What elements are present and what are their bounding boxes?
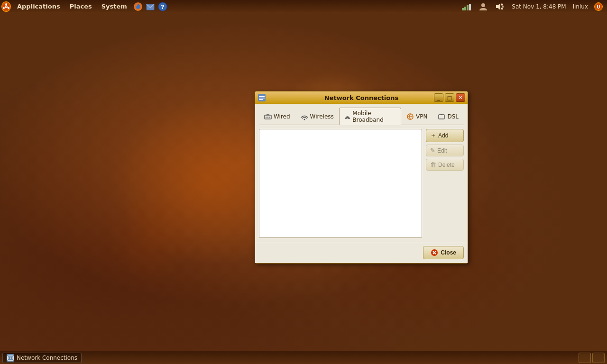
svg-marker-17 <box>496 3 500 10</box>
username-display[interactable]: linlux <box>570 0 590 13</box>
main-area: ＋ Add ✎ Edit 🗑 Delete <box>259 129 464 238</box>
svg-text:U: U <box>597 5 600 9</box>
add-button[interactable]: ＋ Add <box>426 129 464 142</box>
close-btn-icon <box>431 249 438 256</box>
delete-icon: 🗑 <box>430 161 436 168</box>
window-list-button[interactable] <box>592 353 605 363</box>
edit-button[interactable]: ✎ Edit <box>426 145 464 156</box>
svg-rect-23 <box>259 99 263 100</box>
maximize-button[interactable]: □ <box>445 93 454 102</box>
tabs-bar: Wired Wireless Mobile Broadband <box>259 108 464 125</box>
svg-point-2 <box>3 7 5 9</box>
svg-rect-21 <box>259 96 265 97</box>
tab-wired[interactable]: Wired <box>259 108 295 125</box>
window-footer: Close <box>255 242 468 263</box>
window-controls: _ □ ✕ <box>434 93 465 102</box>
window-content: Wired Wireless Mobile Broadband <box>255 104 468 242</box>
taskbar: Network Connections <box>0 353 579 363</box>
help-icon[interactable]: ? <box>158 2 167 11</box>
tab-vpn[interactable]: VPN <box>401 108 432 125</box>
bottom-panel: Network Connections <box>0 351 607 364</box>
window-titlebar: Network Connections _ □ ✕ <box>255 91 468 104</box>
panel-right: Sat Nov 1, 8:48 PM linlux U <box>459 0 607 13</box>
firefox-icon[interactable] <box>133 2 143 11</box>
session-icon[interactable]: U <box>594 2 603 11</box>
wireless-tab-icon <box>301 113 308 120</box>
network-connections-window: Network Connections _ □ ✕ Wired <box>255 91 468 264</box>
svg-rect-15 <box>469 4 471 10</box>
tab-dsl[interactable]: DSL <box>432 108 464 125</box>
close-titlebar-button[interactable]: ✕ <box>456 93 465 102</box>
system-menu[interactable]: System <box>97 0 132 13</box>
tab-wireless[interactable]: Wireless <box>295 108 339 125</box>
svg-rect-14 <box>467 5 469 10</box>
window-app-icon <box>258 93 266 102</box>
user-icon[interactable] <box>476 0 490 13</box>
svg-rect-13 <box>464 7 466 10</box>
close-button[interactable]: Close <box>423 246 464 259</box>
dsl-tab-icon <box>438 113 445 120</box>
svg-point-29 <box>304 118 305 120</box>
datetime-display[interactable]: Sat Nov 1, 8:48 PM <box>509 0 568 13</box>
svg-point-8 <box>136 4 140 9</box>
action-buttons: ＋ Add ✎ Edit 🗑 Delete <box>426 129 464 238</box>
network-status-icon[interactable] <box>459 0 474 13</box>
svg-rect-25 <box>267 114 269 115</box>
svg-text:?: ? <box>161 3 165 10</box>
vpn-tab-icon <box>406 113 414 120</box>
edit-icon: ✎ <box>430 147 435 154</box>
taskbar-network-icon <box>7 354 14 362</box>
top-panel: Applications Places System <box>0 0 607 13</box>
minimize-button[interactable]: _ <box>434 93 443 102</box>
volume-icon[interactable] <box>492 0 507 13</box>
wired-tab-icon <box>264 113 272 120</box>
add-icon: ＋ <box>430 131 436 140</box>
bottom-right-controls <box>579 353 607 363</box>
mobile-tab-icon <box>344 113 351 120</box>
svg-point-3 <box>8 7 9 9</box>
taskbar-item-network[interactable]: Network Connections <box>2 353 82 363</box>
panel-left: Applications Places System <box>0 0 459 13</box>
show-desktop-button[interactable] <box>579 353 591 363</box>
svg-point-1 <box>5 3 7 5</box>
email-icon[interactable] <box>146 2 155 11</box>
delete-button[interactable]: 🗑 Delete <box>426 159 464 171</box>
tab-mobile-broadband[interactable]: Mobile Broadband <box>339 108 401 125</box>
svg-rect-12 <box>462 8 464 10</box>
places-menu[interactable]: Places <box>65 0 97 13</box>
connections-list[interactable] <box>259 129 422 238</box>
svg-rect-32 <box>439 115 444 119</box>
applications-menu[interactable]: Applications <box>12 0 65 13</box>
ubuntu-logo-icon[interactable] <box>1 2 11 11</box>
svg-rect-22 <box>259 98 265 99</box>
svg-point-16 <box>481 3 485 7</box>
